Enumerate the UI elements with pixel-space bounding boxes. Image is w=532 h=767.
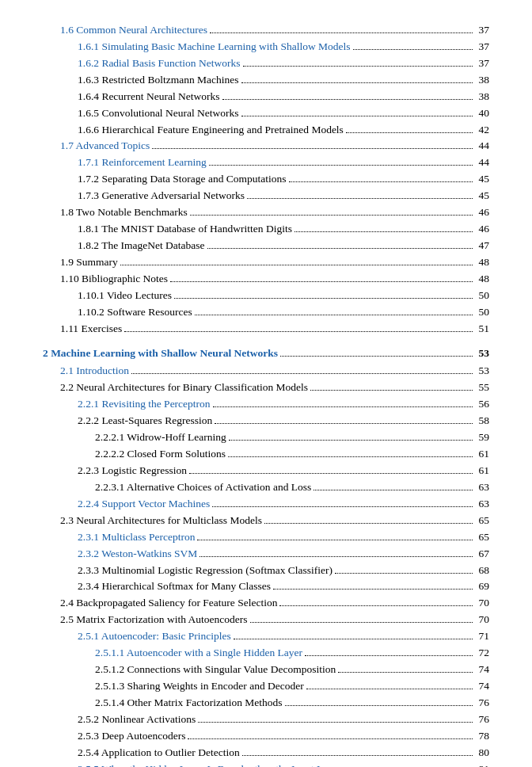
toc-title: Summary [74, 256, 118, 268]
toc-page: 46 [475, 204, 489, 221]
toc-page: 40 [475, 105, 489, 122]
toc-num: 2.2.2 [78, 414, 99, 426]
toc-label: 1.7.3 Generative Adversarial Networks [78, 188, 245, 204]
toc-page: 76 [475, 695, 489, 712]
toc-label: 2.5.1.2 Connections with Singular Value … [95, 662, 336, 678]
toc-label: 2.5.1.1 Autoencoder with a Single Hidden… [95, 645, 302, 662]
toc-title: Neural Architectures for Multiclass Mode… [74, 514, 262, 526]
toc-page: 76 [475, 712, 489, 728]
toc-page: 70 [475, 595, 489, 612]
toc-row: 2.5.4 Application to Outlier Detection80 [43, 745, 489, 761]
toc-page: 50 [475, 288, 489, 304]
toc-dots [209, 165, 473, 166]
toc-title: Exercises [78, 322, 122, 334]
toc-num: 2 [43, 347, 48, 359]
toc-num: 2.2.1 [78, 398, 99, 410]
toc-num: 2.3.3 [78, 564, 99, 576]
toc-dots [279, 605, 473, 606]
toc-num: 1.7.3 [78, 189, 99, 201]
toc-num: 2.3.2 [78, 548, 99, 559]
toc-num: 2.5 [60, 613, 74, 625]
toc-container: 1.6 Common Neural Architectures371.6.1 S… [43, 22, 489, 767]
toc-num: 2.2.3 [78, 464, 99, 476]
toc-label: 2.2.2.2 Closed Form Solutions [95, 446, 226, 463]
toc-title: Two Notable Benchmarks [74, 206, 188, 218]
toc-title: When the Hidden Layer Is Broader than th… [99, 763, 341, 767]
toc-label: 2.1 Introduction [60, 363, 129, 380]
toc-row: 2.1 Introduction53 [43, 363, 489, 380]
toc-dots [228, 456, 473, 457]
toc-row: 1.8 Two Notable Benchmarks46 [43, 204, 489, 221]
toc-dots [250, 622, 473, 623]
toc-page: 61 [475, 446, 489, 463]
toc-title: Least-Squares Regression [99, 414, 212, 426]
toc-dots [213, 406, 473, 407]
toc-row: 2.3.3 Multinomial Logistic Regression (S… [43, 563, 489, 579]
toc-page: 45 [475, 188, 489, 204]
toc-label: 2.2.4 Support Vector Machines [78, 496, 210, 513]
toc-row: 2.5.1 Autoencoder: Basic Principles71 [43, 628, 489, 645]
toc-label: 1.6 Common Neural Architectures [60, 22, 207, 39]
toc-label: 1.11 Exercises [60, 321, 122, 338]
toc-row: 2.2.4 Support Vector Machines63 [43, 496, 489, 513]
toc-dots [188, 738, 473, 739]
toc-title: The ImageNet Database [99, 239, 205, 251]
toc-num: 2.5.1.3 [95, 680, 124, 692]
toc-dots [243, 66, 473, 67]
toc-row: 2.2.3 Logistic Regression61 [43, 463, 489, 479]
toc-dots [124, 331, 473, 332]
toc-page: 53 [475, 345, 489, 362]
toc-page: 48 [475, 271, 489, 288]
toc-page: 80 [475, 745, 489, 761]
toc-label: 1.6.3 Restricted Boltzmann Machines [78, 72, 239, 89]
toc-page: 42 [475, 122, 489, 139]
toc-dots [189, 473, 473, 474]
toc-page: 51 [475, 321, 489, 338]
toc-label: 2.5.4 Application to Outlier Detection [78, 745, 240, 761]
toc-dots [195, 315, 473, 315]
toc-num: 1.10.1 [78, 289, 104, 301]
toc-page: 65 [475, 529, 489, 546]
toc-title: Other Matrix Factorization Methods [124, 696, 282, 708]
toc-row: 2.2.2 Least-Squares Regression58 [43, 413, 489, 429]
toc-title: Simulating Basic Machine Learning with S… [99, 40, 351, 52]
toc-dots [170, 281, 473, 282]
toc-label: 2.2 Neural Architectures for Binary Clas… [60, 380, 308, 396]
toc-title: Radial Basis Function Networks [99, 57, 241, 69]
toc-page: 45 [475, 171, 489, 188]
toc-dots [346, 132, 473, 133]
toc-label: 1.6.4 Recurrent Neural Networks [78, 89, 220, 105]
toc-row: 2.5.5 When the Hidden Layer Is Broader t… [43, 761, 489, 767]
toc-dots [198, 722, 473, 723]
toc-title: Closed Form Solutions [124, 448, 226, 460]
toc-label: 2.5.1.4 Other Matrix Factorization Metho… [95, 695, 283, 712]
toc-row: 2.5 Matrix Factorization with Autoencode… [43, 612, 489, 628]
toc-dots [242, 755, 473, 756]
toc-title: Multiclass Perceptron [99, 531, 195, 543]
toc-row: 2.3.1 Multiclass Perceptron65 [43, 529, 489, 546]
toc-num: 2.3 [60, 514, 74, 526]
toc-page: 46 [475, 221, 489, 238]
toc-label: 1.7 Advanced Topics [60, 138, 150, 155]
toc-label: 1.10.2 Software Resources [78, 304, 192, 321]
toc-page: 44 [475, 138, 489, 155]
toc-label: 2.3.3 Multinomial Logistic Regression (S… [78, 563, 332, 579]
toc-title: Recurrent Neural Networks [99, 90, 220, 102]
toc-row: 1.7.3 Generative Adversarial Networks45 [43, 188, 489, 204]
toc-row: 2.5.1.2 Connections with Singular Value … [43, 662, 489, 678]
toc-row: 2.2.1 Revisiting the Perceptron56 [43, 396, 489, 413]
toc-dots [222, 99, 473, 100]
toc-num: 2.2.3.1 [95, 481, 124, 493]
toc-dots [197, 540, 473, 540]
toc-dots [280, 356, 473, 357]
toc-page: 61 [475, 463, 489, 479]
toc-page: 38 [475, 72, 489, 89]
toc-row: 1.8.1 The MNIST Database of Handwritten … [43, 221, 489, 238]
toc-dots [285, 705, 473, 706]
toc-title: Application to Outlier Detection [99, 746, 240, 758]
toc-title: Advanced Topics [74, 139, 150, 151]
toc-label: 2.2.3.1 Alternative Choices of Activatio… [95, 479, 311, 496]
toc-page: 55 [475, 380, 489, 396]
toc-row: 1.6.4 Recurrent Neural Networks38 [43, 89, 489, 105]
toc-label: 1.10.1 Video Lectures [78, 288, 172, 304]
